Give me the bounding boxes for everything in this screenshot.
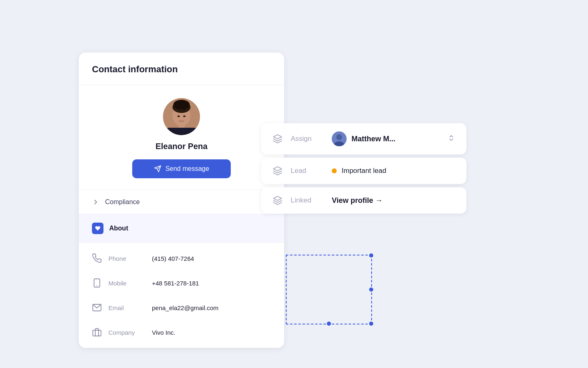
company-label: Company (108, 329, 145, 336)
heart-icon (95, 225, 101, 231)
selection-handle-bottom-middle[interactable] (327, 322, 331, 326)
svg-point-9 (183, 115, 186, 117)
chevron-right-icon (92, 198, 99, 206)
linked-layers-icon (273, 196, 283, 205)
contact-profile: Eleanor Pena Send message (79, 85, 284, 190)
avatar (163, 98, 200, 135)
email-label: Email (108, 304, 145, 311)
linked-content: View profile → (332, 196, 455, 205)
svg-point-6 (173, 100, 190, 110)
assign-content: Matthew M... (332, 131, 455, 146)
compliance-row[interactable]: Compliance (79, 190, 284, 214)
phone-field: Phone (415) 407-7264 (79, 246, 284, 271)
assign-card[interactable]: Assign Matthew M... (261, 123, 466, 154)
send-message-button[interactable]: Send message (132, 159, 231, 178)
assign-section-label: Assign (291, 135, 324, 143)
company-field: Company Vivo Inc. (79, 320, 284, 345)
selection-handle-top-right[interactable] (369, 253, 373, 258)
email-icon (92, 303, 102, 313)
lead-status-dot (332, 168, 337, 173)
email-value: pena_ela22@gmail.com (152, 304, 218, 311)
contact-fields: Phone (415) 407-7264 Mobile +48 581-278-… (79, 243, 284, 348)
about-icon (92, 223, 103, 234)
about-row[interactable]: About (79, 214, 284, 243)
assignee-avatar-img (332, 131, 347, 146)
linked-section-label: Linked (291, 196, 324, 205)
lead-section-label: Lead (291, 167, 324, 175)
assign-layers-icon (273, 134, 283, 144)
contact-card: Contact information (79, 53, 284, 348)
company-value: Vivo Inc. (152, 329, 175, 336)
assignee-name: Matthew M... (351, 135, 395, 143)
svg-point-8 (177, 115, 180, 117)
svg-rect-7 (167, 128, 196, 135)
mobile-value: +48 581-278-181 (152, 280, 199, 287)
svg-rect-12 (94, 279, 100, 287)
email-field: Email pena_ela22@gmail.com (79, 295, 284, 320)
view-profile-link[interactable]: View profile → (332, 196, 383, 205)
svg-marker-20 (273, 167, 282, 171)
mobile-label: Mobile (108, 280, 145, 287)
selection-box (286, 255, 372, 324)
sort-icon (448, 134, 455, 143)
phone-icon (92, 253, 102, 263)
lead-layers-icon (273, 166, 283, 176)
mobile-field: Mobile +48 581-278-181 (79, 271, 284, 295)
compliance-label: Compliance (105, 198, 140, 206)
lead-content: Important lead (332, 167, 455, 175)
phone-value: (415) 407-7264 (152, 255, 194, 262)
lead-value: Important lead (342, 167, 386, 175)
contact-name: Eleanor Pena (156, 142, 208, 151)
assignee-avatar (332, 131, 347, 146)
about-label: About (109, 225, 128, 232)
right-panel: Assign Matthew M... (261, 123, 466, 214)
contact-info-title: Contact information (92, 64, 271, 75)
selection-handle-middle-right[interactable] (369, 288, 373, 292)
lead-card[interactable]: Lead Important lead (261, 158, 466, 184)
phone-label: Phone (108, 255, 145, 262)
svg-marker-16 (273, 135, 282, 139)
selection-handle-bottom-right[interactable] (369, 322, 373, 326)
company-icon (92, 327, 102, 337)
send-icon (154, 165, 161, 172)
svg-rect-15 (93, 330, 101, 336)
svg-marker-21 (273, 196, 282, 200)
svg-point-18 (336, 134, 342, 140)
mobile-icon (92, 278, 102, 288)
contact-header: Contact information (79, 53, 284, 85)
linked-card[interactable]: Linked View profile → (261, 187, 466, 214)
